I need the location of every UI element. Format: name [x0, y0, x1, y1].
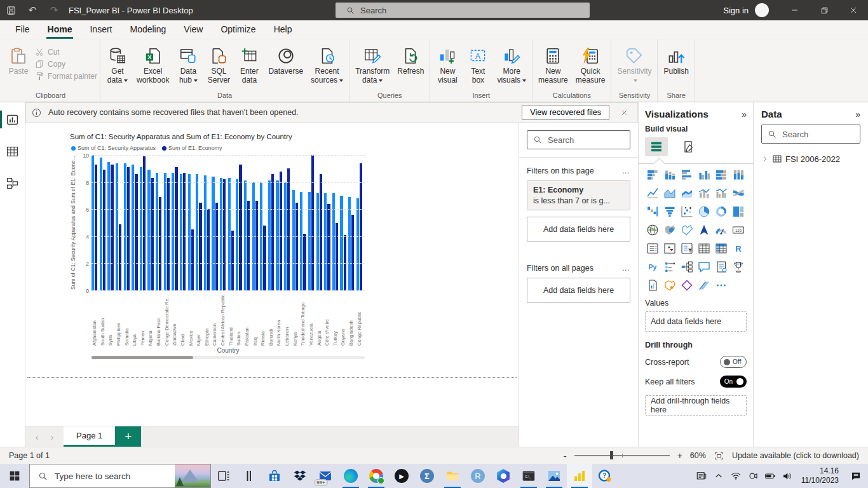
- visual-type-shape-map-icon[interactable]: [679, 223, 695, 237]
- bar[interactable]: [156, 173, 158, 290]
- bar[interactable]: [287, 168, 290, 290]
- taskbar-app-store[interactable]: [262, 464, 287, 488]
- visual-type-ribbon-icon[interactable]: [731, 186, 746, 200]
- avatar[interactable]: [755, 3, 769, 17]
- bar-group-Cameroon[interactable]: [212, 177, 220, 290]
- bar[interactable]: [344, 235, 346, 290]
- taskbar-app-media-player[interactable]: [389, 464, 414, 488]
- visual-type-kpi-icon[interactable]: [662, 241, 677, 255]
- table-tree-item[interactable]: FSI 2006-2022: [761, 154, 860, 164]
- restore-button[interactable]: [810, 0, 839, 20]
- bar[interactable]: [164, 173, 166, 290]
- data-hub-button[interactable]: Datahub: [173, 43, 203, 87]
- bar[interactable]: [119, 224, 121, 290]
- visual-type-scatter-icon[interactable]: [679, 205, 695, 219]
- bar-group-Venezuela[interactable]: [308, 155, 316, 290]
- more-options-icon[interactable]: …: [622, 264, 631, 273]
- page-tab[interactable]: Page 1: [64, 426, 115, 447]
- data-search-input[interactable]: Search: [761, 125, 860, 144]
- publish-button[interactable]: Publish: [660, 43, 691, 78]
- menu-tab-insert[interactable]: Insert: [81, 21, 121, 39]
- visual-type-map-icon[interactable]: [645, 223, 660, 237]
- get-data-button[interactable]: Getdata: [103, 43, 132, 87]
- add-data-fields-dropzone[interactable]: Add data fields here: [527, 278, 630, 303]
- update-available-link[interactable]: Update available (click to download): [732, 451, 859, 460]
- bar-group-Côte d'Ivoire[interactable]: [324, 193, 332, 290]
- taskbar-app-power-bi[interactable]: [567, 464, 592, 488]
- visual-type-stacked-column-100-icon[interactable]: [731, 168, 746, 182]
- bar[interactable]: [280, 172, 282, 290]
- visual-type-pie-icon[interactable]: [696, 205, 712, 219]
- sign-in-link[interactable]: Sign in: [723, 6, 749, 15]
- bar[interactable]: [303, 234, 306, 290]
- bar-group-Congo Democratic Re...[interactable]: [164, 173, 172, 290]
- bar-group-South Sudan[interactable]: [100, 158, 108, 290]
- visual-type-power-automate-icon[interactable]: [696, 278, 712, 292]
- bar[interactable]: [223, 179, 226, 290]
- tray-battery-icon[interactable]: [762, 464, 779, 488]
- bar[interactable]: [220, 178, 222, 290]
- next-page-arrow[interactable]: ›: [44, 426, 60, 447]
- bar[interactable]: [172, 173, 174, 290]
- chart-scrollbar[interactable]: [92, 356, 365, 359]
- bar-chart-visual[interactable]: Sum of C1: Security Apparatus and Sum of…: [70, 133, 391, 359]
- visual-type-stacked-column-icon[interactable]: [662, 168, 677, 182]
- visual-type-funnel-icon[interactable]: [662, 205, 677, 219]
- visual-type-area-icon[interactable]: [662, 186, 677, 200]
- collapse-pane-icon[interactable]: »: [855, 109, 860, 119]
- menu-tab-file[interactable]: File: [6, 21, 39, 39]
- bar-group-Afghanistan[interactable]: [92, 155, 100, 290]
- bar[interactable]: [132, 165, 134, 290]
- close-button[interactable]: [839, 0, 868, 20]
- bar[interactable]: [268, 180, 271, 290]
- visual-type-key-influencers-icon[interactable]: [662, 260, 677, 274]
- cross-report-toggle[interactable]: Off: [720, 356, 747, 368]
- taskbar-app-r-app[interactable]: [465, 464, 491, 488]
- report-canvas[interactable]: Sum of C1: Security Apparatus and Sum of…: [25, 123, 519, 426]
- taskbar-search-input[interactable]: Type here to search: [29, 464, 211, 488]
- bar[interactable]: [263, 226, 266, 290]
- build-visual-tab[interactable]: [645, 137, 668, 156]
- bar[interactable]: [111, 165, 113, 290]
- search-highlight-image[interactable]: [175, 464, 210, 487]
- visual-type-qa-icon[interactable]: [696, 260, 712, 274]
- zoom-out-button[interactable]: -: [564, 451, 567, 461]
- start-button[interactable]: [0, 464, 29, 488]
- bar[interactable]: [107, 162, 110, 290]
- bar-group-Chad[interactable]: [180, 173, 188, 290]
- taskbar-app-task-view[interactable]: [211, 464, 236, 488]
- tray-camera-icon[interactable]: [745, 464, 762, 488]
- bar[interactable]: [196, 174, 198, 290]
- bar[interactable]: [327, 204, 330, 290]
- titlebar-search-input[interactable]: Search: [336, 3, 590, 18]
- bar[interactable]: [191, 229, 194, 290]
- bar[interactable]: [140, 167, 142, 290]
- bar[interactable]: [183, 173, 186, 290]
- bar[interactable]: [167, 178, 170, 290]
- minimize-button[interactable]: [780, 0, 810, 20]
- bar[interactable]: [292, 190, 295, 290]
- tray-news-icon[interactable]: [693, 464, 710, 488]
- keep-all-filters-toggle[interactable]: On: [720, 376, 747, 388]
- menu-tab-modeling[interactable]: Modeling: [121, 21, 175, 39]
- visual-type-r-script-icon[interactable]: R: [731, 241, 746, 255]
- format-visual-tab[interactable]: [677, 137, 700, 156]
- visual-type-power-apps-icon[interactable]: [679, 278, 695, 292]
- bar[interactable]: [92, 155, 94, 290]
- bar[interactable]: [255, 201, 258, 290]
- excel-workbook-button[interactable]: XExcelworkbook: [133, 43, 172, 87]
- zoom-slider-thumb[interactable]: [610, 451, 613, 459]
- tray-wifi-icon[interactable]: [728, 464, 745, 488]
- bar[interactable]: [180, 174, 182, 290]
- bar-group-Pakistan[interactable]: [244, 180, 252, 290]
- visual-type-multi-row-card-icon[interactable]: [645, 241, 660, 255]
- bar[interactable]: [351, 215, 354, 290]
- bar[interactable]: [188, 174, 191, 290]
- taskbar-app-terminal[interactable]: C:\_: [516, 464, 541, 488]
- action-center-icon[interactable]: [844, 464, 868, 488]
- taskbar-app-mail[interactable]: 99+: [313, 464, 338, 488]
- taskbar-app-chrome[interactable]: [363, 464, 389, 488]
- save-icon[interactable]: [0, 0, 22, 20]
- bar-group-Kenya[interactable]: [292, 190, 301, 290]
- visual-type-clustered-bar-icon[interactable]: [679, 168, 695, 182]
